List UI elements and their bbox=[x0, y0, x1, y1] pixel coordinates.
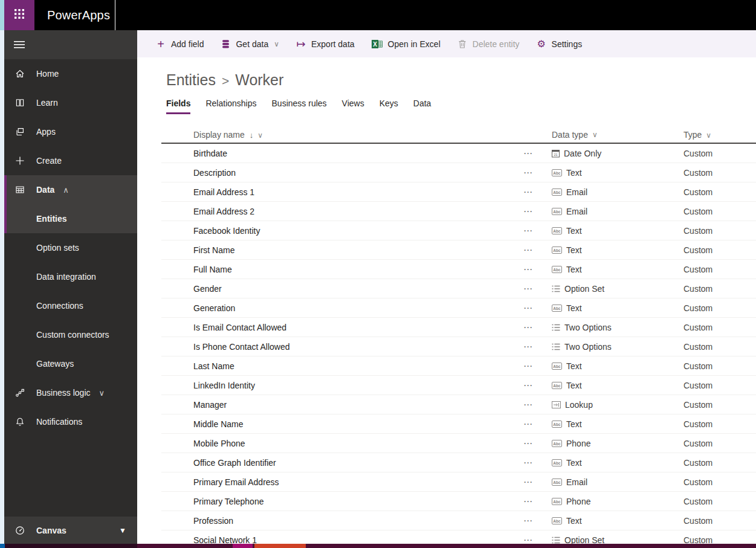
export-icon: ↦ bbox=[296, 39, 306, 50]
row-more-button[interactable]: ⋯ bbox=[520, 303, 552, 314]
row-more-button[interactable]: ⋯ bbox=[520, 206, 552, 217]
ellipsis-icon: ⋯ bbox=[523, 477, 533, 487]
table-row[interactable]: Email Address 1 ⋯ Abc Email Custom bbox=[161, 182, 756, 202]
sidebar-item-learn[interactable]: Learn bbox=[4, 88, 137, 117]
sidebar-item-data-integration[interactable]: Data integration bbox=[4, 262, 137, 291]
gauge-icon bbox=[15, 526, 25, 535]
table-row[interactable]: Facebook Identity ⋯ Abc Text Custom bbox=[161, 221, 756, 240]
table-row[interactable]: Gender ⋯ Option Set Custom bbox=[161, 279, 756, 298]
table-row[interactable]: Generation ⋯ Abc Text Custom bbox=[161, 298, 756, 318]
table-row[interactable]: Office Graph Identifier ⋯ Abc Text Custo… bbox=[161, 453, 756, 472]
list-icon bbox=[552, 343, 560, 350]
ellipsis-icon: ⋯ bbox=[523, 535, 533, 544]
add-icon: + bbox=[155, 38, 166, 50]
app-launcher-button[interactable] bbox=[4, 0, 34, 30]
row-more-button[interactable]: ⋯ bbox=[520, 264, 552, 275]
table-row[interactable]: Manager ⋯ Lookup Custom bbox=[161, 395, 756, 414]
table-row[interactable]: First Name ⋯ Abc Text Custom bbox=[161, 240, 756, 260]
app-title[interactable]: PowerApps bbox=[47, 8, 110, 22]
sidebar-item-data[interactable]: Data ∧ bbox=[7, 175, 137, 204]
row-more-button[interactable]: ⋯ bbox=[520, 380, 552, 391]
sidebar-item-connections[interactable]: Connections bbox=[4, 291, 137, 320]
row-more-button[interactable]: ⋯ bbox=[520, 496, 552, 507]
row-more-button[interactable]: ⋯ bbox=[520, 167, 552, 178]
tab-fields[interactable]: Fields bbox=[166, 98, 190, 114]
svg-text:Abc: Abc bbox=[553, 422, 561, 426]
row-more-button[interactable]: ⋯ bbox=[520, 187, 552, 198]
sidebar-item-entities[interactable]: Entities bbox=[7, 204, 137, 233]
tab-business-rules[interactable]: Business rules bbox=[272, 98, 327, 114]
abc-icon: Abc bbox=[552, 440, 562, 447]
row-more-button[interactable]: ⋯ bbox=[520, 438, 552, 449]
add-field-button[interactable]: + Add field bbox=[155, 38, 204, 50]
row-more-button[interactable]: ⋯ bbox=[520, 477, 552, 488]
sidebar-item-create[interactable]: Create bbox=[4, 146, 137, 175]
row-more-button[interactable]: ⋯ bbox=[520, 419, 552, 430]
sidebar-item-apps[interactable]: Apps bbox=[4, 117, 137, 146]
table-row[interactable]: Primary Telephone ⋯ Abc Phone Custom bbox=[161, 492, 756, 511]
row-more-button[interactable]: ⋯ bbox=[520, 361, 552, 372]
row-more-button[interactable]: ⋯ bbox=[520, 535, 552, 544]
chevron-up-icon[interactable]: ∧ bbox=[63, 185, 69, 195]
sidebar-item-canvas[interactable]: Canvas ▼ bbox=[4, 517, 137, 544]
table-row[interactable]: LinkedIn Identity ⋯ Abc Text Custom bbox=[161, 376, 756, 395]
chevron-down-icon: ∨ bbox=[592, 131, 598, 139]
open-in-excel-button[interactable]: X Open in Excel bbox=[371, 39, 441, 49]
field-type: Custom bbox=[683, 361, 756, 371]
column-header-display-name[interactable]: Display name↓∨ bbox=[161, 130, 520, 140]
collapse-nav-button[interactable] bbox=[4, 30, 137, 59]
row-more-button[interactable]: ⋯ bbox=[520, 245, 552, 256]
caret-down-icon[interactable]: ▼ bbox=[119, 526, 126, 535]
get-data-button[interactable]: Get data ∨ bbox=[220, 39, 279, 49]
row-more-button[interactable]: ⋯ bbox=[520, 457, 552, 468]
gear-icon: ⚙ bbox=[536, 39, 547, 49]
table-row[interactable]: Mobile Phone ⋯ Abc Phone Custom bbox=[161, 434, 756, 453]
table-row[interactable]: Email Address 2 ⋯ Abc Email Custom bbox=[161, 202, 756, 221]
row-more-button[interactable]: ⋯ bbox=[520, 322, 552, 333]
tab-views[interactable]: Views bbox=[342, 98, 364, 114]
field-type: Custom bbox=[683, 323, 756, 332]
sidebar-item-option-sets[interactable]: Option sets bbox=[4, 233, 137, 262]
abc-icon: Abc bbox=[552, 459, 562, 466]
delete-entity-button[interactable]: Delete entity bbox=[457, 39, 520, 49]
field-display-name: Facebook Identity bbox=[161, 226, 520, 236]
sidebar-item-business-logic[interactable]: Business logic ∨ bbox=[4, 378, 137, 407]
field-type: Custom bbox=[683, 497, 756, 506]
export-data-button[interactable]: ↦ Export data bbox=[296, 39, 355, 50]
background-edge-top bbox=[0, 0, 4, 30]
settings-button[interactable]: ⚙ Settings bbox=[536, 39, 583, 49]
row-more-button[interactable]: ⋯ bbox=[520, 515, 552, 526]
field-type: Custom bbox=[683, 265, 756, 274]
table-row[interactable]: Is Email Contact Allowed ⋯ Two Options C… bbox=[161, 318, 756, 337]
table-row[interactable]: Last Name ⋯ Abc Text Custom bbox=[161, 356, 756, 376]
column-header-type[interactable]: Type∨ bbox=[683, 130, 756, 140]
hamburger-icon bbox=[14, 41, 25, 48]
row-more-button[interactable]: ⋯ bbox=[520, 225, 552, 236]
tab-relationships[interactable]: Relationships bbox=[205, 98, 256, 114]
table-row[interactable]: Social Network 1 ⋯ Option Set Custom bbox=[161, 530, 756, 544]
chevron-down-icon[interactable]: ∨ bbox=[99, 388, 105, 398]
field-type: Custom bbox=[683, 284, 756, 294]
sidebar-item-gateways[interactable]: Gateways bbox=[4, 349, 137, 378]
row-more-button[interactable]: ⋯ bbox=[520, 148, 552, 159]
table-row[interactable]: Profession ⋯ Abc Text Custom bbox=[161, 511, 756, 530]
ellipsis-icon: ⋯ bbox=[523, 419, 533, 429]
ellipsis-icon: ⋯ bbox=[523, 206, 533, 216]
table-row[interactable]: Description ⋯ Abc Text Custom bbox=[161, 163, 756, 182]
sidebar-item-notifications[interactable]: Notifications bbox=[4, 407, 137, 436]
sidebar-item-custom-connectors[interactable]: Custom connectors bbox=[4, 320, 137, 349]
abc-icon: Abc bbox=[552, 363, 562, 370]
table-row[interactable]: Birthdate ⋯ 21 Date Only Custom bbox=[161, 144, 756, 163]
table-row[interactable]: Is Phone Contact Allowed ⋯ Two Options C… bbox=[161, 337, 756, 356]
row-more-button[interactable]: ⋯ bbox=[520, 399, 552, 410]
column-header-data-type[interactable]: Data type∨ bbox=[552, 130, 683, 140]
table-row[interactable]: Middle Name ⋯ Abc Text Custom bbox=[161, 414, 756, 434]
tab-data[interactable]: Data bbox=[413, 98, 431, 114]
tab-keys[interactable]: Keys bbox=[380, 98, 398, 114]
row-more-button[interactable]: ⋯ bbox=[520, 283, 552, 294]
table-row[interactable]: Primary Email Address ⋯ Abc Email Custom bbox=[161, 472, 756, 492]
breadcrumb-entities-link[interactable]: Entities bbox=[166, 71, 216, 88]
row-more-button[interactable]: ⋯ bbox=[520, 341, 552, 352]
sidebar-item-home[interactable]: Home bbox=[4, 59, 137, 88]
table-row[interactable]: Full Name ⋯ Abc Text Custom bbox=[161, 260, 756, 279]
